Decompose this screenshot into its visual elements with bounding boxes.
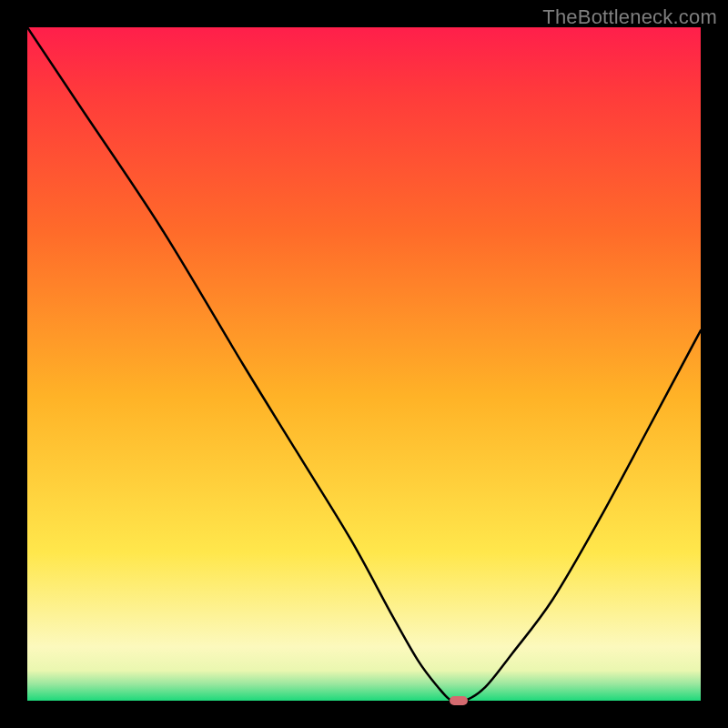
chart-frame: TheBottleneck.com: [0, 0, 728, 728]
watermark-text: TheBottleneck.com: [542, 5, 717, 29]
bottleneck-curve: [27, 27, 701, 701]
optimal-point-marker: [450, 696, 468, 705]
plot-area: [27, 27, 701, 701]
